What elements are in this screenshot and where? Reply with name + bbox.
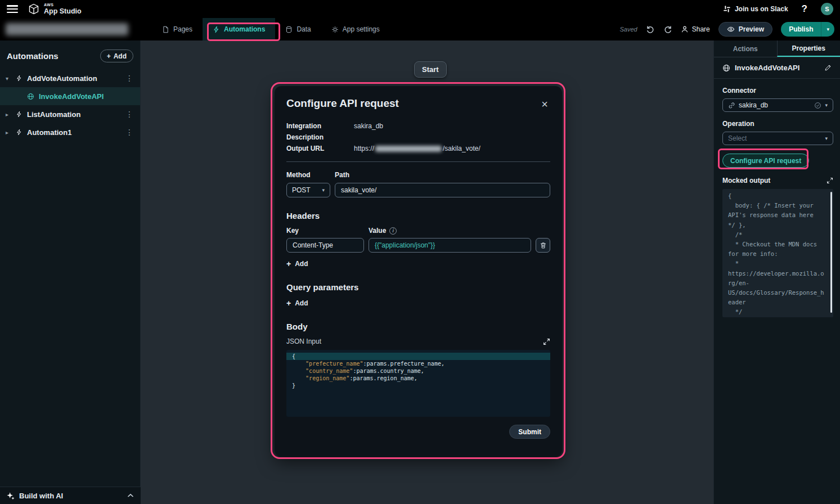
join-slack-link[interactable]: Join us on Slack	[723, 5, 788, 13]
globe-icon	[27, 93, 34, 100]
tab-data[interactable]: Data	[275, 18, 321, 40]
automations-sidebar: Automations + Add ▾ AddVoteAutomation ⋮ …	[0, 40, 141, 504]
app-studio-logo[interactable]: AWS App Studio	[28, 3, 82, 15]
tab-automations-label: Automations	[224, 25, 265, 33]
query-parameters-title: Query parameters	[286, 282, 550, 292]
preview-label: Preview	[739, 25, 764, 33]
link-icon	[728, 102, 735, 109]
database-icon	[285, 26, 293, 33]
tree-item-addvoteautomation[interactable]: ▾ AddVoteAutomation ⋮	[0, 69, 140, 87]
tab-app-settings[interactable]: App settings	[321, 18, 390, 40]
chevron-right-icon[interactable]: ▸	[6, 111, 16, 118]
add-query-parameter-button[interactable]: + Add	[286, 299, 308, 308]
tree-item-listautomation[interactable]: ▸ ListAutomation ⋮	[0, 105, 140, 123]
chevron-down-icon: ▾	[826, 26, 829, 32]
close-icon[interactable]: ×	[539, 97, 550, 111]
tab-actions[interactable]: Actions	[714, 40, 777, 57]
scrollbar[interactable]	[830, 192, 832, 313]
operation-placeholder: Select	[728, 134, 821, 142]
mocked-output-code[interactable]: { body: { /* Insert your API's response …	[722, 189, 833, 317]
connector-select[interactable]: sakira_db ▾	[722, 98, 833, 112]
publish-caret-button[interactable]: ▾	[821, 22, 834, 37]
app-nav-bar: Pages Automations Data	[0, 18, 840, 40]
json-input-label: JSON Input	[286, 338, 321, 345]
configure-api-request-modal: Configure API request × Integration saki…	[275, 86, 562, 457]
add-label: Add	[114, 52, 127, 60]
body-title: Body	[286, 322, 550, 331]
redo-icon[interactable]	[663, 25, 672, 34]
globe-icon	[722, 64, 730, 72]
method-select[interactable]: POST ▾	[286, 183, 330, 197]
code-line[interactable]: }	[286, 382, 550, 389]
properties-panel: Actions Properties InvokeAddVoteAPI Conn…	[713, 40, 840, 504]
preview-button[interactable]: Preview	[718, 22, 772, 37]
output-url-row: Output URL https:// /sakila_vote/	[286, 145, 550, 152]
method-value: POST	[292, 186, 318, 194]
add-header-button[interactable]: + Add	[286, 259, 308, 268]
expand-icon[interactable]	[543, 338, 550, 345]
slack-label: Join us on Slack	[735, 5, 788, 13]
kebab-menu-icon[interactable]: ⋮	[125, 110, 140, 119]
tab-properties[interactable]: Properties	[777, 40, 840, 57]
redacted-url-segment	[375, 146, 442, 152]
eye-icon	[727, 25, 735, 33]
publish-split-button: Publish ▾	[781, 22, 834, 37]
trash-icon	[540, 242, 547, 249]
configure-api-request-button[interactable]: Configure API request	[722, 154, 809, 168]
value-label: Value	[369, 227, 386, 235]
delete-header-button[interactable]	[536, 238, 550, 253]
tab-data-label: Data	[297, 25, 311, 33]
slack-icon	[723, 5, 731, 13]
output-url-value: https:// /sakila_vote/	[354, 145, 480, 152]
redacted-app-name	[6, 23, 128, 35]
output-url-suffix: /sakila_vote/	[443, 145, 480, 152]
tab-automations[interactable]: Automations	[203, 18, 275, 40]
header-value-input[interactable]	[369, 238, 531, 253]
header-key-input[interactable]	[286, 238, 364, 253]
tree-item-label: InvokeAddVoteAPI	[39, 92, 104, 101]
edit-pencil-icon[interactable]	[824, 64, 832, 71]
start-node[interactable]: Start	[414, 61, 447, 78]
share-button[interactable]: Share	[681, 25, 710, 33]
code-line[interactable]: {	[286, 353, 550, 360]
info-icon[interactable]: i	[389, 227, 397, 235]
code-line[interactable]: "country_name":params.country_name,	[286, 367, 550, 375]
chevron-right-icon[interactable]: ▸	[6, 129, 16, 136]
code-line[interactable]: "prefecture_name":params.prefecture_name…	[286, 360, 550, 367]
headers-title: Headers	[286, 211, 550, 220]
brand-name: App Studio	[44, 8, 82, 15]
user-avatar[interactable]: S	[821, 3, 833, 15]
add-automation-button[interactable]: + Add	[100, 50, 133, 62]
tree-item-label: AddVoteAutomation	[27, 74, 97, 83]
tree-item-automation1[interactable]: ▸ Automation1 ⋮	[0, 123, 140, 141]
operation-select[interactable]: Select ▾	[722, 132, 833, 145]
code-line[interactable]: "region_name":params.region_name,	[286, 375, 550, 382]
chevron-down-icon[interactable]: ▾	[6, 75, 16, 82]
tree-item-label: Automation1	[27, 128, 71, 137]
integration-row: Integration sakira_db	[286, 122, 550, 130]
description-row: Description	[286, 133, 550, 141]
share-person-icon	[681, 25, 689, 33]
tree-item-invokeaddvoteapi[interactable]: InvokeAddVoteAPI	[0, 87, 140, 105]
kebab-menu-icon[interactable]: ⋮	[125, 128, 140, 137]
nav-tabs: Pages Automations Data	[152, 18, 390, 40]
help-button[interactable]: ?	[799, 3, 810, 15]
submit-button[interactable]: Submit	[509, 425, 550, 439]
path-input[interactable]	[335, 183, 550, 197]
publish-button[interactable]: Publish	[781, 22, 821, 37]
tab-pages[interactable]: Pages	[152, 18, 203, 40]
tree-item-label: ListAutomation	[27, 110, 80, 119]
check-circle-icon	[814, 102, 821, 109]
plus-icon: +	[286, 259, 291, 268]
add-label: Add	[295, 260, 308, 268]
brand-aws: AWS	[44, 3, 82, 7]
hamburger-menu-icon[interactable]	[7, 5, 18, 13]
kebab-menu-icon[interactable]: ⋮	[125, 74, 140, 83]
chevron-down-icon: ▾	[322, 187, 325, 193]
json-input-editor[interactable]: { "prefecture_name":params.prefecture_na…	[286, 350, 550, 417]
node-title: InvokeAddVoteAPI	[735, 64, 820, 72]
build-with-ai-toggle[interactable]: Build with AI	[0, 487, 141, 504]
undo-icon[interactable]	[646, 25, 655, 34]
expand-icon[interactable]	[826, 177, 833, 184]
divider	[286, 161, 550, 162]
